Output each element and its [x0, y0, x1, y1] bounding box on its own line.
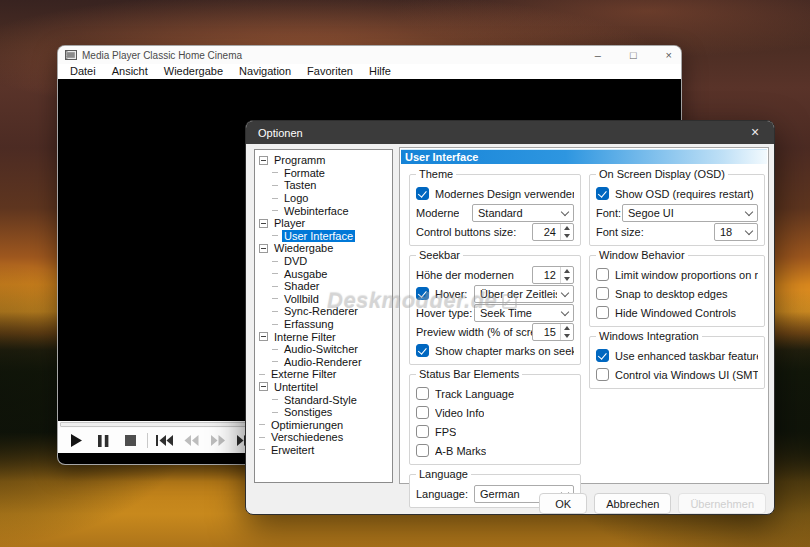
collapse-icon[interactable]	[259, 219, 268, 228]
checkbox-checked[interactable]	[416, 344, 429, 357]
abbrechen-button[interactable]: Abbrechen	[594, 493, 671, 514]
setting-row: Track Language	[416, 384, 574, 403]
fast-forward-button[interactable]	[205, 430, 232, 451]
number-spinner[interactable]: 12	[532, 266, 574, 284]
spinner-down-icon[interactable]	[561, 232, 573, 240]
setting-row: Font:Segoe UI	[596, 203, 758, 222]
setting-row: Use enhanced taskbar features	[596, 346, 758, 365]
tree-item-erfassung[interactable]: Erfassung	[255, 318, 392, 331]
number-spinner[interactable]: 15	[532, 323, 574, 341]
checkbox-unchecked[interactable]	[416, 425, 429, 438]
number-spinner[interactable]: 24	[532, 223, 574, 241]
tree-item-audio-renderer[interactable]: Audio-Renderer	[255, 356, 392, 369]
tree-item-shader[interactable]: Shader	[255, 280, 392, 293]
setting-row: ModerneStandard	[416, 203, 574, 222]
tree-item-player[interactable]: Player	[255, 217, 392, 230]
tree-item-vollbild[interactable]: Vollbild	[255, 293, 392, 306]
tree-item-dvd[interactable]: DVD	[255, 255, 392, 268]
tree-item-label: Untertitel	[272, 381, 320, 393]
checkbox-unchecked[interactable]	[416, 444, 429, 457]
setting-label: Hover:	[435, 288, 467, 300]
tree-item-wiedergabe[interactable]: Wiedergabe	[255, 242, 392, 255]
tree-item-externe-filter[interactable]: Externe Filter	[255, 368, 392, 381]
dropdown[interactable]: Standard	[472, 204, 574, 222]
pause-button[interactable]	[90, 430, 117, 451]
rewind-icon	[184, 435, 199, 446]
tree-item-audio-switcher[interactable]: Audio-Switcher	[255, 343, 392, 356]
ok-button[interactable]: OK	[539, 493, 587, 514]
skip-back-button[interactable]	[151, 430, 178, 451]
tree-connector	[259, 437, 265, 438]
rewind-button[interactable]	[178, 430, 205, 451]
tree-item-interne-filter[interactable]: Interne Filter	[255, 330, 392, 343]
spinner-value: 15	[533, 324, 560, 340]
tree-item-label: Wiedergabe	[272, 242, 335, 254]
spinner-up-icon[interactable]	[561, 224, 573, 232]
tree-item-verschiedenes[interactable]: Verschiedenes	[255, 431, 392, 444]
tree-item-label: Audio-Renderer	[282, 356, 364, 368]
checkbox-unchecked[interactable]	[596, 368, 609, 381]
tree-item-label: Sync-Renderer	[282, 305, 360, 317]
collapse-icon[interactable]	[259, 332, 268, 341]
tree-item-logo[interactable]: Logo	[255, 192, 392, 205]
tree-item-ausgabe[interactable]: Ausgabe	[255, 267, 392, 280]
checkbox-checked[interactable]	[416, 187, 429, 200]
menu-item-ansicht[interactable]: Ansicht	[104, 64, 156, 79]
tree-item-formate[interactable]: Formate	[255, 167, 392, 180]
stop-button[interactable]	[117, 430, 144, 451]
play-button[interactable]	[63, 430, 90, 451]
checkbox-checked[interactable]	[596, 187, 609, 200]
tree-item-erweitert[interactable]: Erweitert	[255, 444, 392, 457]
tree-item-optimierungen[interactable]: Optimierungen	[255, 418, 392, 431]
menu-item-favoriten[interactable]: Favoriten	[299, 64, 361, 79]
checkbox-checked[interactable]	[596, 349, 609, 362]
collapse-icon[interactable]	[259, 382, 268, 391]
tree-connector	[272, 185, 278, 186]
setting-row: Limit window proportions on resize	[596, 265, 758, 284]
skip-back-icon	[156, 435, 173, 446]
spinner-up-icon[interactable]	[561, 324, 573, 332]
collapse-icon[interactable]	[259, 156, 268, 165]
checkbox-unchecked[interactable]	[596, 268, 609, 281]
checkbox-unchecked[interactable]	[416, 406, 429, 419]
menu-item-datei[interactable]: Datei	[62, 64, 104, 79]
dropdown[interactable]: Segoe UI	[622, 204, 758, 222]
dropdown[interactable]: Seek Time	[474, 304, 574, 322]
checkbox-unchecked[interactable]	[596, 287, 609, 300]
checkbox-unchecked[interactable]	[416, 387, 429, 400]
tree-connector	[259, 449, 265, 450]
tree-item-sync-renderer[interactable]: Sync-Renderer	[255, 305, 392, 318]
spinner-down-icon[interactable]	[561, 275, 573, 283]
checkbox-unchecked[interactable]	[596, 306, 609, 319]
setting-label: Font size:	[596, 226, 644, 238]
menu-item-wiedergabe[interactable]: Wiedergabe	[156, 64, 231, 79]
setting-row: Video Info	[416, 403, 574, 422]
minimize-icon[interactable]: –	[595, 50, 601, 61]
dropdown-value: Segoe UI	[628, 207, 741, 219]
dialog-titlebar[interactable]: Optionen ×	[246, 121, 774, 144]
player-titlebar[interactable]: Media Player Classic Home Cinema – □ ×	[58, 46, 681, 64]
menu-item-navigation[interactable]: Navigation	[231, 64, 299, 79]
spinner-up-icon[interactable]	[561, 267, 573, 275]
checkbox-checked[interactable]	[416, 287, 429, 300]
tree-item-programm[interactable]: Programm	[255, 154, 392, 167]
setting-row: Show OSD (requires restart)	[596, 184, 758, 203]
tree-item-tasten[interactable]: Tasten	[255, 179, 392, 192]
menu-item-hilfe[interactable]: Hilfe	[361, 64, 399, 79]
collapse-icon[interactable]	[259, 244, 268, 253]
dropdown[interactable]: Über der Zeitleiste	[474, 285, 574, 303]
dialog-close-icon[interactable]: ×	[742, 121, 768, 144]
close-icon[interactable]: ×	[666, 50, 672, 61]
setting-label: Control buttons size:	[416, 226, 516, 238]
tree-item-webinterface[interactable]: Webinterface	[255, 204, 392, 217]
maximize-icon[interactable]: □	[630, 50, 637, 61]
group-title: Seekbar	[416, 249, 463, 261]
dropdown[interactable]: 18	[714, 223, 758, 241]
dropdown-value: Standard	[478, 207, 557, 219]
tree-item-standard-style[interactable]: Standard-Style	[255, 393, 392, 406]
tree-item-untertitel[interactable]: Untertitel	[255, 381, 392, 394]
group-status-bar-elements: Status Bar ElementsTrack LanguageVideo I…	[409, 374, 581, 465]
spinner-down-icon[interactable]	[561, 332, 573, 340]
tree-item-sonstiges[interactable]: Sonstiges	[255, 406, 392, 419]
tree-item-user-interface[interactable]: User Interface	[255, 230, 392, 243]
